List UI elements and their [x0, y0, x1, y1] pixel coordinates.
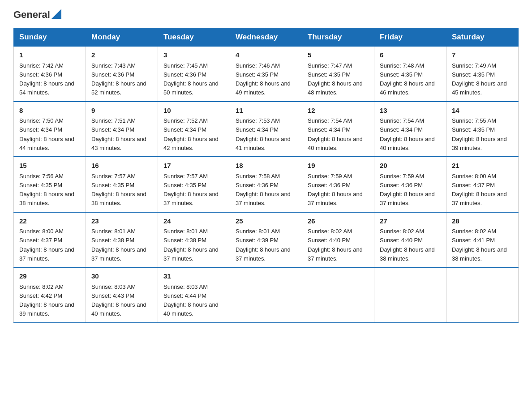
calendar-cell: 16 Sunrise: 7:57 AMSunset: 4:35 PMDaylig… — [86, 157, 158, 212]
day-info: Sunrise: 7:48 AMSunset: 4:35 PMDaylight:… — [380, 62, 435, 96]
calendar-cell: 10 Sunrise: 7:52 AMSunset: 4:34 PMDaylig… — [158, 102, 230, 157]
calendar-cell: 3 Sunrise: 7:45 AMSunset: 4:36 PMDayligh… — [158, 47, 230, 102]
day-info: Sunrise: 7:59 AMSunset: 4:36 PMDaylight:… — [308, 173, 363, 207]
day-number: 18 — [236, 161, 296, 171]
day-number: 7 — [452, 50, 513, 60]
day-number: 17 — [163, 161, 224, 171]
day-number: 3 — [163, 50, 224, 60]
day-info: Sunrise: 7:57 AMSunset: 4:35 PMDaylight:… — [91, 173, 146, 207]
day-info: Sunrise: 7:46 AMSunset: 4:35 PMDaylight:… — [236, 62, 291, 96]
calendar-week-row: 29 Sunrise: 8:02 AMSunset: 4:42 PMDaylig… — [14, 267, 519, 323]
day-number: 20 — [380, 161, 441, 171]
calendar-cell: 19 Sunrise: 7:59 AMSunset: 4:36 PMDaylig… — [302, 157, 374, 212]
calendar-cell: 6 Sunrise: 7:48 AMSunset: 4:35 PMDayligh… — [374, 47, 446, 102]
calendar-cell: 18 Sunrise: 7:58 AMSunset: 4:36 PMDaylig… — [230, 157, 302, 212]
day-info: Sunrise: 7:51 AMSunset: 4:34 PMDaylight:… — [91, 117, 146, 151]
day-info: Sunrise: 7:49 AMSunset: 4:35 PMDaylight:… — [452, 62, 507, 96]
day-number: 1 — [19, 50, 80, 60]
calendar-cell: 28 Sunrise: 8:02 AMSunset: 4:41 PMDaylig… — [446, 212, 519, 268]
day-number: 28 — [452, 216, 513, 227]
day-number: 14 — [452, 106, 513, 116]
day-number: 22 — [19, 216, 80, 227]
calendar-cell: 8 Sunrise: 7:50 AMSunset: 4:34 PMDayligh… — [14, 102, 86, 157]
day-number: 25 — [236, 216, 296, 227]
day-number: 6 — [380, 50, 441, 60]
calendar-cell: 27 Sunrise: 8:02 AMSunset: 4:40 PMDaylig… — [374, 212, 446, 268]
day-number: 5 — [308, 50, 369, 60]
day-info: Sunrise: 8:02 AMSunset: 4:40 PMDaylight:… — [308, 228, 363, 262]
calendar-cell: 29 Sunrise: 8:02 AMSunset: 4:42 PMDaylig… — [14, 267, 86, 323]
calendar-cell: 1 Sunrise: 7:42 AMSunset: 4:36 PMDayligh… — [14, 47, 86, 102]
day-number: 4 — [236, 50, 296, 60]
calendar-cell — [446, 267, 519, 323]
calendar-cell — [374, 267, 446, 323]
day-number: 27 — [380, 216, 441, 227]
calendar-week-row: 15 Sunrise: 7:56 AMSunset: 4:35 PMDaylig… — [14, 157, 519, 212]
calendar-cell: 23 Sunrise: 8:01 AMSunset: 4:38 PMDaylig… — [86, 212, 158, 268]
day-info: Sunrise: 8:01 AMSunset: 4:38 PMDaylight:… — [91, 228, 146, 262]
day-info: Sunrise: 8:03 AMSunset: 4:44 PMDaylight:… — [163, 283, 219, 317]
day-info: Sunrise: 7:45 AMSunset: 4:36 PMDaylight:… — [163, 62, 219, 96]
day-number: 23 — [91, 216, 152, 227]
day-number: 29 — [19, 271, 80, 282]
day-info: Sunrise: 7:59 AMSunset: 4:36 PMDaylight:… — [380, 173, 435, 207]
calendar-cell: 31 Sunrise: 8:03 AMSunset: 4:44 PMDaylig… — [158, 267, 230, 323]
logo: General — [13, 9, 61, 19]
calendar-cell: 13 Sunrise: 7:54 AMSunset: 4:34 PMDaylig… — [374, 102, 446, 157]
day-info: Sunrise: 8:01 AMSunset: 4:39 PMDaylight:… — [236, 228, 291, 262]
calendar-cell: 30 Sunrise: 8:03 AMSunset: 4:43 PMDaylig… — [86, 267, 158, 323]
day-number: 2 — [91, 50, 152, 60]
calendar-cell: 20 Sunrise: 7:59 AMSunset: 4:36 PMDaylig… — [374, 157, 446, 212]
day-info: Sunrise: 8:02 AMSunset: 4:41 PMDaylight:… — [452, 228, 507, 262]
day-info: Sunrise: 8:00 AMSunset: 4:37 PMDaylight:… — [19, 228, 74, 262]
calendar-cell: 4 Sunrise: 7:46 AMSunset: 4:35 PMDayligh… — [230, 47, 302, 102]
header-sunday: Sunday — [14, 28, 86, 47]
day-info: Sunrise: 7:54 AMSunset: 4:34 PMDaylight:… — [380, 117, 435, 151]
day-number: 31 — [163, 271, 224, 282]
day-number: 24 — [163, 216, 224, 227]
day-info: Sunrise: 7:50 AMSunset: 4:34 PMDaylight:… — [19, 117, 74, 151]
calendar-week-row: 8 Sunrise: 7:50 AMSunset: 4:34 PMDayligh… — [14, 102, 519, 157]
calendar-cell: 14 Sunrise: 7:55 AMSunset: 4:35 PMDaylig… — [446, 102, 519, 157]
page-header: General — [13, 9, 519, 19]
calendar-table: SundayMondayTuesdayWednesdayThursdayFrid… — [13, 28, 519, 323]
day-number: 10 — [163, 106, 224, 116]
calendar-cell: 15 Sunrise: 7:56 AMSunset: 4:35 PMDaylig… — [14, 157, 86, 212]
day-number: 19 — [308, 161, 369, 171]
header-thursday: Thursday — [302, 28, 374, 47]
day-info: Sunrise: 8:02 AMSunset: 4:42 PMDaylight:… — [19, 283, 74, 317]
day-info: Sunrise: 8:02 AMSunset: 4:40 PMDaylight:… — [380, 228, 435, 262]
day-info: Sunrise: 7:58 AMSunset: 4:36 PMDaylight:… — [236, 173, 291, 207]
day-info: Sunrise: 7:52 AMSunset: 4:34 PMDaylight:… — [163, 117, 219, 151]
calendar-cell: 2 Sunrise: 7:43 AMSunset: 4:36 PMDayligh… — [86, 47, 158, 102]
calendar-cell — [302, 267, 374, 323]
day-number: 9 — [91, 106, 152, 116]
calendar-cell: 17 Sunrise: 7:57 AMSunset: 4:35 PMDaylig… — [158, 157, 230, 212]
day-number: 16 — [91, 161, 152, 171]
calendar-cell: 21 Sunrise: 8:00 AMSunset: 4:37 PMDaylig… — [446, 157, 519, 212]
header-tuesday: Tuesday — [158, 28, 230, 47]
logo-triangle-icon — [51, 9, 61, 19]
logo-general: General — [13, 9, 50, 21]
calendar-cell — [230, 267, 302, 323]
calendar-cell: 11 Sunrise: 7:53 AMSunset: 4:34 PMDaylig… — [230, 102, 302, 157]
calendar-header-row: SundayMondayTuesdayWednesdayThursdayFrid… — [14, 28, 519, 47]
header-wednesday: Wednesday — [230, 28, 302, 47]
header-saturday: Saturday — [446, 28, 519, 47]
svg-marker-0 — [51, 9, 61, 19]
calendar-cell: 5 Sunrise: 7:47 AMSunset: 4:35 PMDayligh… — [302, 47, 374, 102]
day-info: Sunrise: 7:53 AMSunset: 4:34 PMDaylight:… — [236, 117, 291, 151]
day-info: Sunrise: 7:47 AMSunset: 4:35 PMDaylight:… — [308, 62, 363, 96]
day-number: 21 — [452, 161, 513, 171]
day-info: Sunrise: 8:00 AMSunset: 4:37 PMDaylight:… — [452, 173, 507, 207]
day-info: Sunrise: 8:03 AMSunset: 4:43 PMDaylight:… — [91, 283, 146, 317]
header-monday: Monday — [86, 28, 158, 47]
day-number: 12 — [308, 106, 369, 116]
day-info: Sunrise: 7:56 AMSunset: 4:35 PMDaylight:… — [19, 173, 74, 207]
day-number: 15 — [19, 161, 80, 171]
day-number: 26 — [308, 216, 369, 227]
calendar-cell: 7 Sunrise: 7:49 AMSunset: 4:35 PMDayligh… — [446, 47, 519, 102]
calendar-cell: 24 Sunrise: 8:01 AMSunset: 4:38 PMDaylig… — [158, 212, 230, 268]
calendar-week-row: 22 Sunrise: 8:00 AMSunset: 4:37 PMDaylig… — [14, 212, 519, 268]
day-info: Sunrise: 7:43 AMSunset: 4:36 PMDaylight:… — [91, 62, 146, 96]
